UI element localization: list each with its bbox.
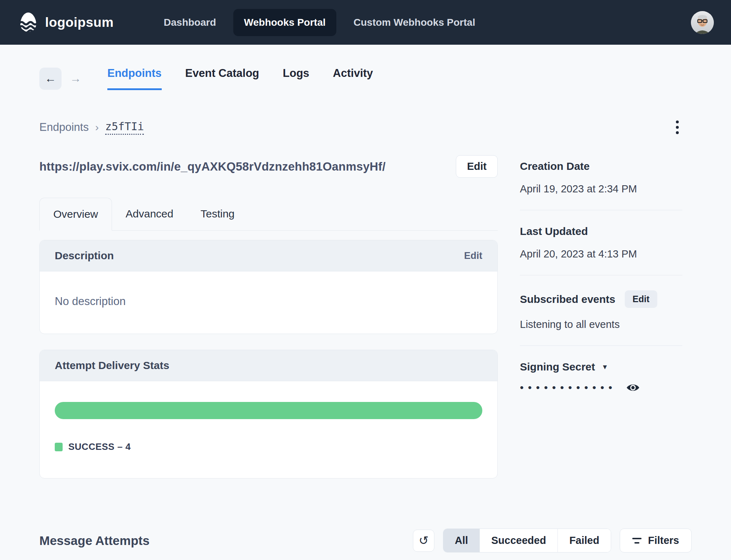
status-filter-segmented-control: All Succeeded Failed	[443, 529, 611, 552]
subscribed-events-section: Subscribed events Edit Listening to all …	[520, 290, 682, 330]
signing-secret-label: Signing Secret	[520, 361, 595, 373]
portal-tabs-row: ← → Endpoints Event Catalog Logs Activit…	[39, 67, 692, 90]
divider	[520, 275, 682, 275]
brand-logo-icon	[17, 11, 39, 34]
last-updated-value: April 20, 2023 at 4:13 PM	[520, 248, 682, 260]
tab-endpoints[interactable]: Endpoints	[107, 67, 162, 90]
segment-all[interactable]: All	[443, 529, 480, 552]
delivery-stats-title: Attempt Delivery Stats	[55, 359, 169, 372]
arrow-left-icon: ←	[45, 72, 56, 85]
description-card: Description Edit No description	[39, 240, 498, 334]
segment-succeeded[interactable]: Succeeded	[480, 529, 558, 552]
tab-event-catalog[interactable]: Event Catalog	[185, 67, 259, 90]
breadcrumb-endpoint-id[interactable]: z5fTIi	[105, 120, 144, 135]
tab-advanced[interactable]: Advanced	[112, 198, 187, 230]
user-avatar[interactable]	[691, 11, 714, 34]
attempts-controls: ↺ All Succeeded Failed Filters	[413, 529, 692, 552]
delivery-stats-card: Attempt Delivery Stats SUCCESS – 4	[39, 350, 498, 478]
eye-icon	[626, 383, 640, 393]
divider	[520, 210, 682, 210]
avatar-image	[691, 11, 714, 34]
edit-subscribed-events-button[interactable]: Edit	[625, 290, 657, 308]
tab-overview[interactable]: Overview	[39, 198, 112, 231]
nav-item-webhooks-portal[interactable]: Webhooks Portal	[233, 9, 336, 36]
brand-name: logoipsum	[45, 15, 114, 30]
last-updated-label: Last Updated	[520, 225, 682, 237]
filter-icon	[632, 538, 642, 544]
segment-failed[interactable]: Failed	[558, 529, 611, 552]
endpoint-url-row: https://play.svix.com/in/e_qyAXKQ58rVdzn…	[39, 155, 498, 178]
creation-date-value: April 19, 2023 at 2:34 PM	[520, 183, 682, 195]
main-nav: Dashboard Webhooks Portal Custom Webhook…	[153, 9, 486, 36]
top-navbar: logoipsum Dashboard Webhooks Portal Cust…	[0, 0, 731, 45]
description-title: Description	[55, 250, 114, 262]
chevron-right-icon: ›	[95, 121, 99, 133]
breadcrumb: Endpoints › z5fTIi	[39, 118, 498, 137]
last-updated-section: Last Updated April 20, 2023 at 4:13 PM	[520, 225, 682, 260]
chevron-down-icon: ▾	[603, 362, 607, 372]
endpoint-url: https://play.svix.com/in/e_qyAXKQ58rVdzn…	[39, 160, 386, 173]
side-column: Creation Date April 19, 2023 at 2:34 PM …	[520, 118, 692, 478]
creation-date-section: Creation Date April 19, 2023 at 2:34 PM	[520, 160, 682, 195]
breadcrumb-endpoints-link[interactable]: Endpoints	[39, 121, 89, 134]
nav-item-dashboard[interactable]: Dashboard	[153, 9, 227, 36]
signing-secret-toggle[interactable]: Signing Secret ▾	[520, 361, 682, 373]
message-attempts-section: Message Attempts ↺ All Succeeded Failed …	[39, 529, 692, 560]
back-button[interactable]: ←	[39, 68, 62, 90]
divider	[520, 345, 682, 346]
main-column: Endpoints › z5fTIi https://play.svix.com…	[39, 118, 498, 478]
delivery-stats-body: SUCCESS – 4	[40, 381, 497, 478]
endpoint-options-menu-button[interactable]	[672, 117, 682, 138]
endpoint-sidebar: Creation Date April 19, 2023 at 2:34 PM …	[520, 160, 692, 393]
creation-date-label: Creation Date	[520, 160, 682, 172]
description-card-header: Description Edit	[40, 240, 497, 271]
reveal-secret-button[interactable]	[626, 383, 640, 393]
delivery-stats-header: Attempt Delivery Stats	[40, 350, 497, 381]
refresh-button[interactable]: ↺	[413, 530, 434, 552]
tab-logs[interactable]: Logs	[283, 67, 309, 90]
success-bar	[55, 402, 482, 419]
refresh-icon: ↺	[419, 534, 429, 547]
arrow-right-icon: →	[70, 72, 81, 85]
subscribed-events-label: Subscribed events	[520, 293, 615, 305]
signing-secret-masked-value: ••••••••••••	[520, 382, 617, 393]
signing-secret-section: Signing Secret ▾ ••••••••••••	[520, 361, 682, 393]
tab-activity[interactable]: Activity	[333, 67, 373, 90]
edit-description-button[interactable]: Edit	[464, 250, 482, 261]
message-attempts-title: Message Attempts	[39, 534, 150, 548]
success-legend-swatch	[55, 443, 63, 451]
forward-button[interactable]: →	[64, 68, 87, 90]
nav-item-custom-webhooks-portal[interactable]: Custom Webhooks Portal	[343, 9, 486, 36]
filters-label: Filters	[648, 535, 679, 546]
brand[interactable]: logoipsum	[17, 11, 114, 34]
edit-url-button[interactable]: Edit	[456, 155, 498, 178]
tab-testing[interactable]: Testing	[187, 198, 248, 230]
description-body: No description	[40, 271, 497, 334]
detail-tabs: Overview Advanced Testing	[39, 198, 498, 231]
success-legend-label: SUCCESS – 4	[68, 441, 131, 452]
subscribed-events-value: Listening to all events	[520, 319, 682, 330]
portal-tabs: Endpoints Event Catalog Logs Activity	[107, 67, 373, 90]
filters-button[interactable]: Filters	[620, 529, 692, 552]
stats-legend: SUCCESS – 4	[55, 441, 482, 452]
